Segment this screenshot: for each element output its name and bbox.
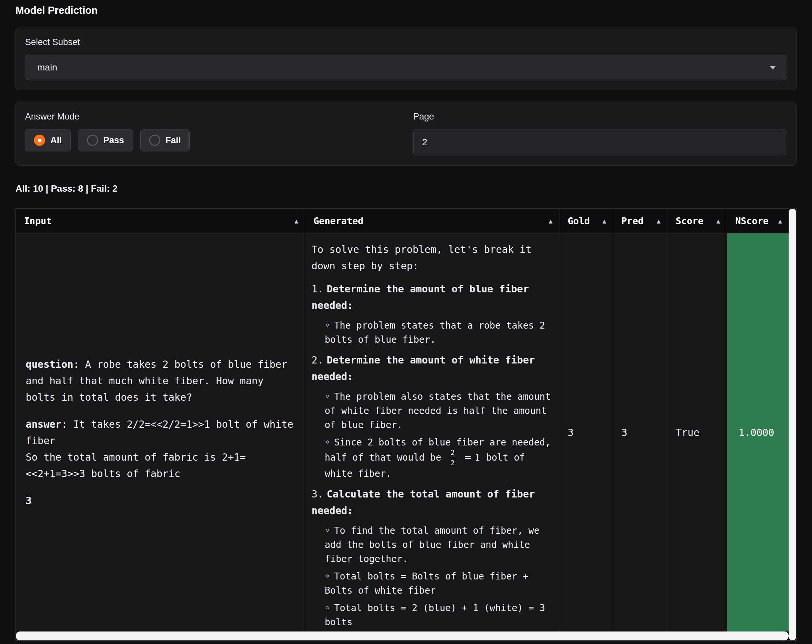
column-label: Generated (313, 216, 363, 226)
sort-asc-icon: ▲ (657, 217, 661, 224)
step-title: Calculate the total amount of fiber need… (311, 488, 535, 516)
radio-fail[interactable]: Fail (140, 129, 190, 151)
generated-step-1: 1.Determine the amount of blue fiber nee… (311, 281, 553, 347)
column-header-gold[interactable]: Gold ▲ (559, 209, 613, 233)
input-question: question: A robe takes 2 bolts of blue f… (26, 356, 295, 406)
bullet-icon: ◦ (325, 525, 330, 536)
step-number: 1. (311, 283, 324, 295)
subset-panel: Select Subset main ▼ (15, 27, 797, 90)
page-input[interactable] (413, 129, 787, 156)
fraction-equals: = 1 (464, 452, 481, 463)
results-table: Input ▲ Generated ▲ Gold ▲ Pred ▲ Score (15, 208, 797, 641)
column-label: NScore (735, 216, 769, 226)
cell-score: True (667, 233, 727, 632)
bullet-icon: ◦ (325, 603, 330, 613)
generated-bullet: ◦The problem states that a robe takes 2 … (325, 318, 553, 347)
column-header-generated[interactable]: Generated ▲ (305, 209, 559, 233)
page-title: Model Prediction (15, 5, 797, 17)
generated-step-2: 2.Determine the amount of white fiber ne… (311, 352, 553, 481)
sort-asc-icon: ▲ (549, 217, 553, 224)
bullet-text: The problem also states that the amount … (325, 391, 551, 430)
select-subset-label: Select Subset (25, 37, 787, 47)
sort-asc-icon: ▲ (716, 217, 720, 224)
question-label: question (26, 359, 73, 370)
input-final-answer: 3 (26, 493, 295, 509)
step-number: 3. (311, 488, 324, 500)
sort-asc-icon: ▲ (778, 217, 782, 224)
radio-unselected-icon (87, 135, 98, 146)
horizontal-scrollbar-track (16, 632, 789, 640)
answer-label: answer (26, 418, 61, 430)
gold-value: 3 (568, 427, 574, 438)
radio-pass-label: Pass (104, 135, 124, 145)
page-group: Page (413, 111, 787, 156)
sort-asc-icon: ▲ (603, 217, 606, 224)
cell-generated: To solve this problem, let's break it do… (305, 233, 559, 632)
fraction: 22 (449, 449, 456, 467)
radio-fail-label: Fail (166, 135, 181, 145)
controls-panel: Answer Mode All Pass Fail Page (15, 102, 797, 166)
column-header-pred[interactable]: Pred ▲ (613, 209, 667, 233)
generated-intro: To solve this problem, let's break it do… (311, 241, 553, 274)
table-header-row: Input ▲ Generated ▲ Gold ▲ Pred ▲ Score (16, 209, 789, 233)
chevron-down-icon: ▼ (768, 64, 778, 71)
nscore-value: 1.0000 (739, 427, 774, 438)
cell-gold: 3 (559, 233, 613, 632)
bullet-icon: ◦ (325, 437, 330, 448)
input-answer: answer: It takes 2/2=<<2/2=1>>1 bolt of … (26, 416, 295, 482)
answer-text-line2: So the total amount of fabric is 2+1= (26, 449, 295, 465)
radio-pass[interactable]: Pass (78, 129, 133, 151)
step-title: Determine the amount of white fiber need… (311, 354, 535, 382)
fraction-denominator: 2 (450, 458, 455, 467)
radio-selected-icon (34, 135, 45, 146)
generated-step-3: 3.Calculate the total amount of fiber ne… (311, 486, 553, 629)
radio-unselected-icon (149, 135, 160, 146)
generated-bullet: ◦Total bolts = Bolts of blue fiber + Bol… (325, 569, 553, 598)
bullet-text: Total bolts = Bolts of blue fiber + Bolt… (325, 571, 528, 596)
generated-bullet-math: ◦Since 2 bolts of blue fiber are needed,… (325, 435, 553, 481)
answer-text: : It takes 2/2=<<2/2=1>>1 bolt of white … (26, 418, 293, 446)
page: Model Prediction Select Subset main ▼ An… (0, 0, 812, 644)
table-row: question: A robe takes 2 bolts of blue f… (16, 233, 789, 632)
cell-pred: 3 (613, 233, 667, 632)
bullet-text: Total bolts = 2 (blue) + 1 (white) = 3 b… (325, 603, 545, 627)
bullet-icon: ◦ (325, 571, 330, 582)
cell-input: question: A robe takes 2 bolts of blue f… (16, 233, 305, 632)
column-header-nscore[interactable]: NScore ▲ (727, 209, 789, 233)
column-label: Pred (621, 216, 643, 226)
answer-mode-group: Answer Mode All Pass Fail (25, 111, 399, 156)
answer-text-line3: <<2+1=3>>3 bolts of fabric (26, 465, 295, 482)
radio-all[interactable]: All (25, 129, 71, 151)
generated-bullet: ◦The problem also states that the amount… (325, 389, 553, 432)
radio-all-label: All (50, 135, 62, 145)
horizontal-scrollbar[interactable] (16, 632, 789, 640)
subset-dropdown-value: main (37, 62, 57, 73)
pred-value: 3 (621, 427, 627, 438)
generated-bullet: ◦To find the total amount of fiber, we a… (325, 523, 553, 566)
column-label: Input (24, 216, 52, 226)
score-value: True (676, 427, 699, 438)
bullet-icon: ◦ (325, 391, 330, 402)
bullet-icon: ◦ (325, 320, 330, 331)
subset-dropdown[interactable]: main ▼ (25, 55, 787, 80)
column-header-score[interactable]: Score ▲ (667, 209, 727, 233)
sort-asc-icon: ▲ (295, 217, 298, 224)
step-number: 2. (311, 354, 324, 366)
column-header-input[interactable]: Input ▲ (16, 209, 305, 233)
stats-line: All: 10 | Pass: 8 | Fail: 2 (15, 183, 797, 194)
answer-mode-radio-group: All Pass Fail (25, 129, 399, 151)
column-label: Score (676, 216, 703, 226)
answer-mode-label: Answer Mode (25, 111, 399, 122)
page-label: Page (413, 111, 787, 122)
fraction-numerator: 2 (449, 449, 456, 458)
column-label: Gold (568, 216, 590, 226)
bullet-text: To find the total amount of fiber, we ad… (325, 525, 540, 564)
cell-nscore: 1.0000 (727, 233, 789, 632)
generated-bullet: ◦Total bolts = 2 (blue) + 1 (white) = 3 … (325, 601, 553, 629)
bullet-text: The problem states that a robe takes 2 b… (325, 320, 545, 345)
vertical-scrollbar[interactable] (789, 209, 796, 640)
step-title: Determine the amount of blue fiber neede… (311, 283, 529, 311)
